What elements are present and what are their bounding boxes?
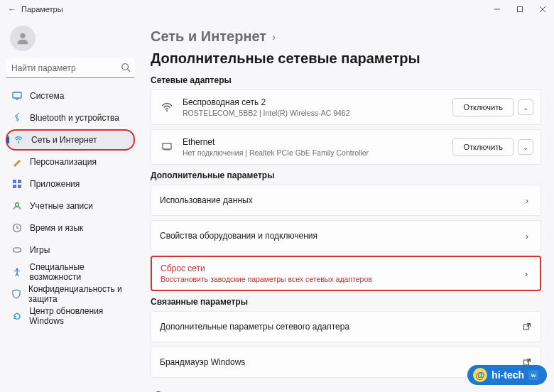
svg-rect-7 bbox=[13, 92, 21, 98]
adapter-title: Ethernet bbox=[183, 137, 452, 147]
personalization-icon bbox=[11, 156, 23, 168]
row-network-reset[interactable]: Сброс сети Восстановить заводские параме… bbox=[151, 256, 541, 291]
svg-point-5 bbox=[122, 64, 129, 70]
accessibility-icon bbox=[11, 266, 23, 278]
sidebar-item-label: Специальные возможности bbox=[30, 262, 135, 282]
ethernet-icon bbox=[158, 141, 175, 153]
row-data-usage[interactable]: Использование данных › bbox=[151, 185, 541, 216]
watermark: @ hi-tech w bbox=[467, 365, 547, 385]
row-title: Брандмауэр Windows bbox=[160, 357, 245, 367]
close-button[interactable] bbox=[531, 0, 554, 18]
bluetooth-icon bbox=[11, 112, 23, 124]
main-content: Сеть и Интернет › Дополнительные сетевые… bbox=[141, 18, 554, 392]
sidebar-item-label: Приложения bbox=[30, 179, 80, 189]
svg-rect-12 bbox=[13, 185, 16, 188]
sidebar-item-label: Сеть и Интернет bbox=[31, 135, 97, 145]
open-external-icon bbox=[522, 322, 532, 331]
page-title: Дополнительные сетевые параметры bbox=[151, 50, 420, 67]
adapter-card-wifi[interactable]: Беспроводная сеть 2 ROSTELECOM_5BB2 | In… bbox=[151, 89, 541, 125]
system-icon bbox=[11, 90, 23, 102]
disconnect-button[interactable]: Отключить bbox=[452, 138, 514, 156]
search-input[interactable] bbox=[6, 58, 135, 78]
svg-rect-1 bbox=[518, 7, 523, 12]
svg-point-9 bbox=[18, 142, 19, 143]
breadcrumb: Сеть и Интернет › Дополнительные сетевые… bbox=[151, 28, 541, 67]
row-adapter-settings[interactable]: Дополнительные параметры сетевого адапте… bbox=[151, 311, 541, 342]
sidebar-item-label: Система bbox=[30, 91, 64, 101]
sidebar-item-time[interactable]: Время и язык bbox=[6, 217, 135, 239]
chevron-right-icon: › bbox=[272, 31, 276, 43]
sidebar-item-update[interactable]: Центр обновления Windows bbox=[6, 305, 135, 327]
back-button[interactable]: ← bbox=[6, 4, 18, 14]
row-title: Сброс сети bbox=[161, 263, 521, 273]
search-icon bbox=[121, 62, 131, 72]
sidebar-item-system[interactable]: Система bbox=[6, 85, 135, 107]
apps-icon bbox=[11, 178, 23, 190]
svg-point-17 bbox=[16, 268, 18, 271]
sidebar-item-label: Центр обновления Windows bbox=[29, 306, 135, 326]
adapter-card-ethernet[interactable]: Ethernet Нет подключения | Realtek PCIe … bbox=[151, 129, 541, 165]
row-title: Свойства оборудования и подключения bbox=[160, 231, 317, 241]
sidebar-item-label: Учетные записи bbox=[30, 201, 93, 211]
get-help-link[interactable]: Получить помощь bbox=[151, 386, 541, 392]
chevron-down-icon[interactable]: ⌄ bbox=[518, 139, 533, 155]
sidebar-item-personalization[interactable]: Персонализация bbox=[6, 151, 135, 173]
svg-rect-13 bbox=[18, 185, 21, 188]
sidebar-item-label: Bluetooth и устройства bbox=[30, 113, 119, 123]
sidebar-item-apps[interactable]: Приложения bbox=[6, 173, 135, 195]
gaming-icon bbox=[11, 244, 23, 256]
row-title: Использование данных bbox=[160, 195, 253, 205]
network-icon bbox=[13, 134, 24, 146]
sidebar-item-bluetooth[interactable]: Bluetooth и устройства bbox=[6, 107, 135, 129]
sidebar: Система Bluetooth и устройства Сеть и Ин… bbox=[0, 18, 141, 392]
titlebar: ← Параметры bbox=[0, 0, 554, 18]
section-title-related: Связанные параметры bbox=[151, 297, 541, 307]
sidebar-item-gaming[interactable]: Игры bbox=[6, 239, 135, 261]
accounts-icon bbox=[11, 200, 23, 212]
row-hw-properties[interactable]: Свойства оборудования и подключения › bbox=[151, 220, 541, 251]
update-icon bbox=[11, 310, 22, 322]
sidebar-item-label: Игры bbox=[30, 245, 50, 255]
svg-point-18 bbox=[166, 110, 168, 111]
maximize-button[interactable] bbox=[509, 0, 531, 18]
minimize-button[interactable] bbox=[486, 0, 509, 18]
chevron-down-icon[interactable]: ⌄ bbox=[518, 99, 533, 115]
chevron-right-icon: › bbox=[522, 231, 532, 241]
sidebar-item-label: Конфиденциальность и защита bbox=[28, 284, 135, 304]
sidebar-item-network[interactable]: Сеть и Интернет bbox=[6, 129, 135, 151]
sidebar-item-label: Персонализация bbox=[30, 157, 97, 167]
sidebar-item-accounts[interactable]: Учетные записи bbox=[6, 195, 135, 217]
chevron-right-icon: › bbox=[521, 268, 531, 279]
adapter-title: Беспроводная сеть 2 bbox=[183, 97, 452, 107]
sidebar-item-accessibility[interactable]: Специальные возможности bbox=[6, 261, 135, 283]
row-subtitle: Восстановить заводские параметры всех се… bbox=[161, 275, 521, 283]
chevron-right-icon: › bbox=[522, 195, 532, 206]
svg-rect-10 bbox=[13, 180, 16, 183]
row-title: Дополнительные параметры сетевого адапте… bbox=[160, 322, 349, 332]
privacy-icon bbox=[11, 288, 21, 300]
adapter-subtitle: Нет подключения | Realtek PCIe GbE Famil… bbox=[183, 148, 452, 157]
window-title: Параметры bbox=[21, 5, 63, 13]
time-icon bbox=[11, 222, 23, 234]
svg-rect-16 bbox=[13, 248, 21, 252]
avatar[interactable] bbox=[10, 26, 36, 51]
sidebar-item-privacy[interactable]: Конфиденциальность и защита bbox=[6, 283, 135, 305]
adapter-subtitle: ROSTELECOM_5BB2 | Intel(R) Wireless-AC 9… bbox=[183, 109, 452, 117]
svg-point-4 bbox=[20, 33, 25, 38]
disconnect-button[interactable]: Отключить bbox=[452, 98, 514, 116]
sidebar-item-label: Время и язык bbox=[30, 223, 83, 233]
section-title-extra: Дополнительные параметры bbox=[151, 170, 541, 180]
svg-point-14 bbox=[16, 203, 19, 207]
svg-line-6 bbox=[128, 70, 131, 72]
svg-rect-11 bbox=[18, 180, 21, 183]
section-title-adapters: Сетевые адаптеры bbox=[151, 75, 541, 85]
breadcrumb-parent[interactable]: Сеть и Интернет bbox=[151, 28, 266, 45]
wifi-icon bbox=[158, 101, 175, 114]
svg-rect-19 bbox=[163, 143, 171, 149]
